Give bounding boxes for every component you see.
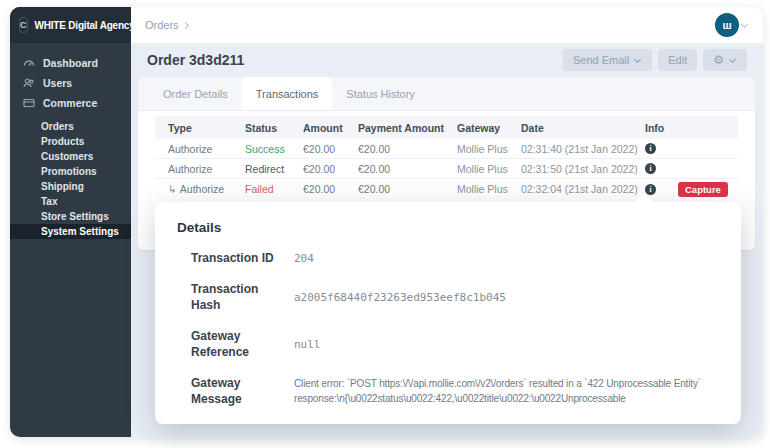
cell-payment-amount: €20.00	[358, 163, 457, 175]
sidebar-item-label: Users	[43, 77, 72, 89]
transaction-hash-label: Transaction Hash	[191, 281, 287, 313]
chevron-down-icon	[729, 55, 736, 62]
col-info: Info	[645, 122, 738, 134]
page-header: Order 3d3d211 Send Email Edit ⚙	[131, 43, 763, 77]
sidebar-item-shipping[interactable]: Shipping	[10, 179, 131, 194]
gateway-message-line-1: Client error: `POST https:\/\/api.mollie…	[294, 376, 701, 391]
gateway-message-value: Client error: `POST https:\/\/api.mollie…	[294, 376, 701, 406]
col-payment-amount: Payment Amount	[358, 122, 457, 134]
col-date: Date	[521, 122, 645, 134]
avatar-chevron-down-icon[interactable]	[741, 21, 748, 28]
cell-amount: €20.00	[303, 183, 358, 195]
sidebar-item-products[interactable]: Products	[10, 134, 131, 149]
tab-bar: Order Details Transactions Status Histor…	[138, 77, 755, 111]
sidebar-item-system-settings[interactable]: System Settings	[10, 224, 131, 239]
sidebar-item-store-settings[interactable]: Store Settings	[10, 209, 131, 224]
cell-gateway: Mollie Plus	[457, 143, 521, 155]
sidebar-nav: Dashboard Users Commerce Orders Products…	[10, 43, 131, 239]
cell-status: Success	[245, 143, 303, 155]
users-icon	[23, 77, 35, 89]
brand-logo[interactable]: C WHITE Digital Agency	[10, 7, 131, 43]
cell-type: ↳Authorize	[168, 183, 245, 195]
sidebar-item-tax[interactable]: Tax	[10, 194, 131, 209]
cell-amount: €20.00	[303, 163, 358, 175]
gauge-icon	[23, 57, 35, 69]
sidebar-item-users[interactable]: Users	[10, 73, 131, 93]
cell-date: 02:31:50 (21st Jan 2022)	[521, 163, 645, 175]
cell-status: Failed	[245, 183, 303, 195]
sidebar-item-dashboard[interactable]: Dashboard	[10, 53, 131, 73]
topbar: Orders ш	[131, 7, 763, 43]
header-actions: Send Email Edit ⚙	[563, 49, 747, 71]
sidebar-item-label: Dashboard	[43, 57, 98, 69]
detail-row-gateway-reference: Gateway Reference null	[191, 328, 719, 360]
cell-payment-amount: €20.00	[358, 183, 457, 195]
cell-type: Authorize	[168, 163, 245, 175]
page-title: Order 3d3d211	[147, 52, 244, 68]
table-header: Type Status Amount Payment Amount Gatewa…	[155, 116, 738, 139]
cell-info: i	[645, 143, 738, 154]
transactions-table: Type Status Amount Payment Amount Gatewa…	[138, 111, 755, 199]
send-email-label: Send Email	[573, 54, 629, 66]
col-amount: Amount	[303, 122, 358, 134]
table-row: Authorize Success €20.00 €20.00 Mollie P…	[155, 139, 738, 159]
edit-button[interactable]: Edit	[658, 49, 697, 71]
cell-type: Authorize	[168, 143, 245, 155]
cell-date: 02:32:04 (21st Jan 2022)	[521, 183, 645, 195]
gateway-message-label: Gateway Message	[191, 375, 287, 407]
cell-amount: €20.00	[303, 143, 358, 155]
info-icon[interactable]: i	[645, 184, 656, 195]
details-title: Details	[177, 220, 719, 235]
child-transaction-icon: ↳	[168, 183, 177, 195]
cell-date: 02:31:40 (21st Jan 2022)	[521, 143, 645, 155]
sidebar-item-commerce[interactable]: Commerce	[10, 93, 131, 113]
table-row: Authorize Redirect €20.00 €20.00 Mollie …	[155, 159, 738, 179]
commerce-icon	[23, 97, 35, 109]
gateway-reference-label: Gateway Reference	[191, 328, 287, 360]
details-rows: Transaction ID 204 Transaction Hash a200…	[191, 250, 719, 407]
table-row: ↳Authorize Failed €20.00 €20.00 Mollie P…	[155, 179, 738, 199]
cell-gateway: Mollie Plus	[457, 183, 521, 195]
sidebar-item-orders[interactable]: Orders	[10, 119, 131, 134]
col-status: Status	[245, 122, 303, 134]
detail-row-transaction-id: Transaction ID 204	[191, 250, 719, 266]
transaction-details-popover: Details Transaction ID 204 Transaction H…	[155, 202, 741, 424]
sidebar-item-label: Commerce	[43, 97, 97, 109]
sidebar: C WHITE Digital Agency Dashboard Users	[10, 7, 131, 437]
edit-label: Edit	[668, 54, 687, 66]
breadcrumb[interactable]: Orders	[145, 19, 179, 31]
sidebar-item-promotions[interactable]: Promotions	[10, 164, 131, 179]
col-gateway: Gateway	[457, 122, 521, 134]
col-type: Type	[168, 122, 245, 134]
cell-status: Redirect	[245, 163, 303, 175]
detail-row-gateway-message: Gateway Message Client error: `POST http…	[191, 375, 719, 407]
cell-payment-amount: €20.00	[358, 143, 457, 155]
info-icon[interactable]: i	[645, 143, 656, 154]
sidebar-item-customers[interactable]: Customers	[10, 149, 131, 164]
send-email-button[interactable]: Send Email	[563, 49, 652, 71]
cell-info: i	[645, 163, 738, 174]
chevron-down-icon	[634, 55, 641, 62]
breadcrumb-chevron-icon	[182, 21, 189, 28]
tab-order-details[interactable]: Order Details	[149, 77, 242, 110]
gear-icon: ⚙	[713, 54, 724, 66]
transaction-id-value: 204	[294, 252, 314, 265]
avatar[interactable]: ш	[715, 13, 739, 37]
gateway-message-line-2: response:\n{\u0022status\u0022:422,\u002…	[294, 391, 701, 406]
tab-transactions[interactable]: Transactions	[242, 77, 333, 110]
tab-status-history[interactable]: Status History	[332, 77, 428, 110]
transaction-hash-value: a2005f68440f23263ed953eef8c1b045	[294, 291, 506, 304]
cell-type-label: Authorize	[180, 183, 224, 195]
info-icon[interactable]: i	[645, 163, 656, 174]
detail-row-transaction-hash: Transaction Hash a2005f68440f23263ed953e…	[191, 281, 719, 313]
settings-dropdown-button[interactable]: ⚙	[703, 49, 747, 71]
brand-badge: C	[19, 17, 28, 33]
capture-button[interactable]: Capture	[678, 182, 728, 197]
brand-title: WHITE Digital Agency	[35, 20, 135, 31]
commerce-subnav: Orders Products Customers Promotions Shi…	[10, 119, 131, 239]
transaction-id-label: Transaction ID	[191, 250, 287, 266]
cell-gateway: Mollie Plus	[457, 163, 521, 175]
cell-info: i Capture	[645, 182, 738, 197]
gateway-reference-value: null	[294, 338, 321, 351]
